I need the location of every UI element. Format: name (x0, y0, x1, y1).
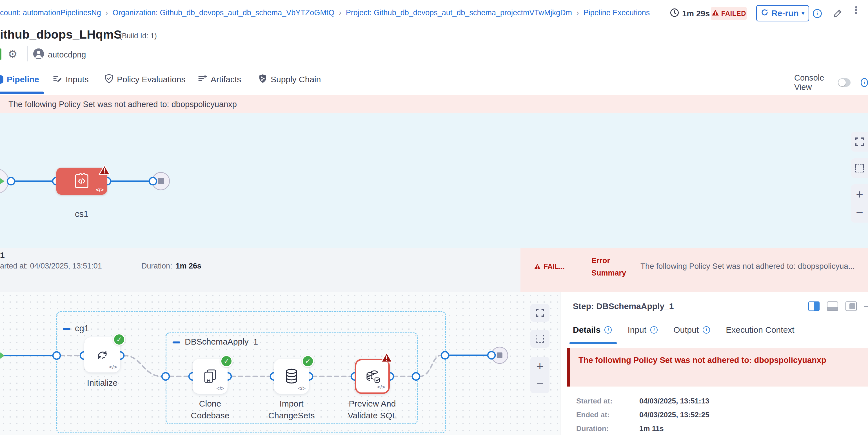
start-play-icon (0, 351, 4, 360)
toggle-knob (838, 79, 846, 86)
info-icon[interactable]: i (703, 326, 710, 334)
zoom-controls: + − (530, 357, 550, 393)
execution-tab-bar: Pipeline Inputs Policy Evaluations Artif… (0, 65, 868, 95)
fullscreen-button[interactable] (851, 132, 868, 152)
status-sliver-icon (0, 49, 1, 60)
step-node-preview-validate-sql[interactable]: </> (355, 359, 390, 394)
warning-icon (534, 263, 541, 270)
code-glyph: </> (109, 364, 117, 370)
tab-label: Artifacts (211, 75, 241, 84)
panel-tab-output[interactable]: Outputi (673, 325, 710, 335)
code-glyph: </> (217, 385, 224, 392)
console-info-icon[interactable]: i (861, 78, 868, 87)
pipeline-title: ithub_dbops_LHqmS (0, 28, 122, 41)
database-icon (284, 368, 299, 385)
avatar (33, 49, 44, 59)
detail-row-ended: Ended at:04/03/2025, 13:52:25 (576, 410, 709, 419)
tab-policy-evaluations[interactable]: Policy Evaluations (104, 71, 185, 87)
zoom-out-button[interactable]: − (856, 205, 863, 220)
breadcrumb: count: automationPipelinesNg › Organizat… (0, 8, 650, 17)
pipeline-execution-page: count: automationPipelinesNg › Organizat… (0, 0, 868, 435)
code-glyph: </> (96, 187, 104, 193)
initialize-icon (93, 346, 111, 364)
panel-tab-divider (560, 344, 868, 344)
console-view-control: Console View i (794, 73, 868, 92)
clone-codebase-icon (202, 368, 218, 384)
step-label-import-changesets: ImportChangeSets (258, 398, 325, 422)
layout-right-icon[interactable] (808, 302, 819, 311)
layout-bottom-icon[interactable] (827, 302, 838, 311)
duration-label: Duration: (142, 262, 173, 271)
zoom-out-button[interactable]: − (536, 376, 544, 391)
build-id: (Build Id: 1) (119, 32, 157, 40)
list-plus-icon (198, 74, 207, 85)
rerun-button[interactable]: Re-run ▾ (756, 5, 809, 22)
minimize-panel-icon[interactable] (864, 306, 868, 307)
breadcrumb-organization[interactable]: Organization: Github_db_devops_aut_db_sc… (112, 8, 334, 17)
marquee-icon (536, 335, 544, 343)
rerun-button-label: Re-run (771, 8, 799, 18)
duration-text: 1m 29s (682, 9, 710, 18)
status-badge: FAILED (711, 7, 747, 20)
marquee-select-button[interactable] (851, 158, 868, 178)
step-warning-icon (381, 352, 393, 363)
marquee-select-button[interactable] (530, 330, 550, 348)
more-options-icon[interactable] (855, 6, 857, 14)
panel-tab-details[interactable]: Detailsi (573, 325, 612, 335)
tab-supply-chain[interactable]: Supply Chain (258, 71, 321, 87)
zoom-in-button[interactable]: + (536, 359, 544, 374)
tab-label: Policy Evaluations (117, 75, 185, 84)
stage-error-section: FAIL... Error Summary The following Poli… (521, 248, 868, 292)
error-summary-message: The following Policy Set was not adhered… (641, 262, 868, 271)
step-label-preview-validate-sql: Preview AndValidate SQL (339, 398, 406, 422)
breadcrumb-project[interactable]: Project: Github_db_devops_aut_db_schema_… (346, 8, 572, 17)
code-glyph: </> (298, 385, 306, 392)
breadcrumb-account[interactable]: count: automationPipelinesNg (0, 8, 101, 17)
stage-name: 1 (0, 250, 5, 260)
port (7, 178, 14, 185)
execution-duration: 1m 29s (670, 8, 710, 20)
collapse-group-cg1[interactable] (63, 328, 70, 330)
code-glyph: </> (377, 384, 385, 390)
detail-row-duration: Duration:1m 11s (576, 424, 664, 433)
status-badge-label: FAILED (721, 9, 746, 18)
banner-message: The following Policy Set was not adhered… (8, 100, 237, 109)
info-icon[interactable]: i (604, 326, 612, 334)
stage-warning-icon (99, 165, 111, 176)
tab-artifacts[interactable]: Artifacts (198, 71, 241, 87)
policy-violation-banner: The following Policy Set was not adhered… (0, 95, 868, 113)
execution-info-icon[interactable]: i (813, 9, 822, 18)
tab-pipeline[interactable]: Pipeline (0, 71, 39, 87)
panel-layout-controls (808, 302, 868, 311)
end-stop-icon (158, 178, 164, 184)
step-graph-canvas: cg1 DBSchemaApply_1 </> ✓ Initialize </>… (0, 292, 560, 435)
panel-tab-execution-context[interactable]: Execution Context (726, 325, 794, 335)
refresh-icon (761, 8, 769, 18)
fail-badge-label: FAIL... (544, 262, 565, 271)
breadcrumb-pipeline-executions[interactable]: Pipeline Executions (584, 8, 650, 17)
panel-title: Step: DBSchemaApply_1 (573, 302, 674, 311)
triggered-by-user: autocdpng (48, 50, 86, 59)
console-view-toggle[interactable] (838, 78, 850, 87)
clock-icon (670, 8, 679, 20)
breadcrumb-separator: › (105, 8, 108, 17)
layout-floating-icon[interactable] (845, 302, 857, 311)
breadcrumb-separator: › (339, 8, 341, 17)
tab-inputs[interactable]: Inputs (53, 71, 89, 87)
zoom-controls: + − (851, 184, 868, 223)
panel-tab-input[interactable]: Inputi (627, 325, 658, 335)
collapse-group-dbschemaapply[interactable] (173, 341, 180, 343)
shield-check-icon (104, 74, 114, 85)
zoom-in-button[interactable]: + (856, 187, 863, 202)
info-icon[interactable]: i (650, 326, 658, 334)
custom-stage-icon (73, 173, 91, 190)
breadcrumb-separator: › (577, 8, 579, 17)
group-label-cg1: cg1 (75, 323, 89, 334)
pipeline-icon (0, 75, 3, 84)
stage-duration: Duration: 1m 26s (142, 262, 202, 271)
gear-icon[interactable]: ⚙ (8, 47, 18, 61)
fullscreen-button[interactable] (530, 304, 550, 322)
edit-pipeline-icon[interactable] (831, 7, 844, 20)
panel-tab-bar: Detailsi Inputi Outputi Execution Contex… (573, 325, 795, 335)
shield-nodes-icon (258, 74, 267, 85)
